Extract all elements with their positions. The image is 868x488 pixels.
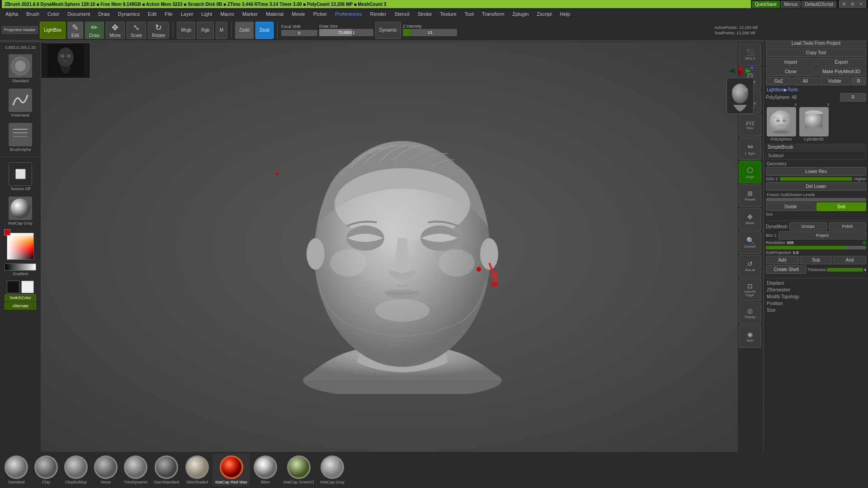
quicksave-button[interactable]: QuickSave xyxy=(752,1,780,8)
freehand-brush[interactable]: FreeHand xyxy=(8,87,33,119)
xyz-floor-btn[interactable]: XYZ Floor xyxy=(739,114,761,136)
gxyz-btn[interactable]: ⬡ Gxyz xyxy=(739,161,761,183)
cylinder3d-thumb-group[interactable]: 3 Cylinder3D xyxy=(798,103,829,141)
menu-dynamics[interactable]: Dynamics xyxy=(114,10,143,18)
polysphere-thumb-group[interactable]: 3 xyxy=(766,103,797,141)
gradient-item[interactable]: Gradient xyxy=(4,262,37,278)
lightbox-tools-link[interactable]: Lightbox▶Tools xyxy=(766,86,866,93)
zsub-button[interactable]: Zsub xyxy=(255,22,274,39)
menu-layer[interactable]: Layer xyxy=(177,10,197,18)
switch-color-button[interactable]: SwitchColor xyxy=(5,294,36,301)
menu-marker[interactable]: Marker xyxy=(239,10,261,18)
menu-zscript[interactable]: Zscript xyxy=(533,10,556,18)
size-section[interactable]: Size xyxy=(766,307,866,314)
groups-button[interactable]: Groups xyxy=(789,222,827,230)
menu-brush[interactable]: Brush xyxy=(23,10,43,18)
polish-button[interactable]: Polish xyxy=(829,222,866,230)
move-button[interactable]: ✥ Move xyxy=(106,22,125,39)
projection-master-button[interactable]: Projection Master xyxy=(2,26,38,34)
edit-button[interactable]: ✎ Edit xyxy=(67,22,83,39)
menu-draw[interactable]: Draw xyxy=(94,10,113,18)
alternate-button[interactable]: Alternate xyxy=(5,302,36,310)
transp-btn[interactable]: ◎ Transp xyxy=(739,302,761,324)
export-button[interactable]: Export xyxy=(816,58,866,66)
menu-movie[interactable]: Movie xyxy=(288,10,308,18)
displace-section[interactable]: Displace xyxy=(766,280,866,286)
copy-tool-button[interactable]: Copy Tool xyxy=(766,48,866,57)
polysphere-r-button[interactable]: R xyxy=(840,93,866,102)
menu-picker[interactable]: Picker xyxy=(310,10,331,18)
position-section[interactable]: Position xyxy=(766,300,866,307)
menu-alpha[interactable]: Alpha xyxy=(2,10,22,18)
menu-texture[interactable]: Texture xyxy=(436,10,460,18)
bottom-matcap-redwax[interactable]: MatCap Red Wax xyxy=(212,454,250,486)
menu-light[interactable]: Light xyxy=(198,10,216,18)
bottom-damstandard[interactable]: DamStandard xyxy=(151,454,182,486)
m-button[interactable]: M xyxy=(216,22,227,39)
mrgb-button[interactable]: Mrgb xyxy=(177,22,195,39)
zoomd-btn[interactable]: 🔍 ZoomD xyxy=(739,231,761,254)
canvas-area[interactable] xyxy=(41,42,764,452)
bottom-claybuildup[interactable]: ClayBuildup xyxy=(61,454,90,486)
bottom-move[interactable]: Move xyxy=(91,454,120,486)
menu-tool[interactable]: Tool xyxy=(461,10,477,18)
bottom-matcap-greencl[interactable]: MatCap GreenCl xyxy=(281,454,317,486)
all-button[interactable]: All xyxy=(793,77,818,85)
standard-brush[interactable]: Standard xyxy=(8,52,33,85)
color-picker-area[interactable] xyxy=(4,229,37,260)
solo-btn[interactable]: ◉ Solo xyxy=(739,325,761,348)
freeze-slider[interactable] xyxy=(766,198,866,202)
background-swatch[interactable] xyxy=(21,281,34,293)
bottom-clay[interactable]: Clay xyxy=(32,454,61,486)
and-button[interactable]: And xyxy=(833,256,866,264)
r-button[interactable]: R xyxy=(851,77,866,85)
matcap-item[interactable]: MatCap Gray xyxy=(7,195,33,227)
polysphere-thumb[interactable] xyxy=(767,107,796,136)
project-button[interactable]: Project xyxy=(778,231,866,239)
menu-render[interactable]: Render xyxy=(367,10,390,18)
rgb-button[interactable]: Rgb xyxy=(197,22,213,39)
scale-button[interactable]: ⤡ Scale xyxy=(127,22,146,39)
make-polymesh-button[interactable]: Make PolyMesh3D xyxy=(816,67,866,76)
linefill-btn[interactable]: ⊡ Line Fill PolyF xyxy=(739,278,761,301)
zremesher-section[interactable]: ZRemesher xyxy=(766,286,866,293)
menu-transform[interactable]: Transform xyxy=(478,10,508,18)
sub-dyna-button[interactable]: Sub xyxy=(800,256,833,264)
menu-zplugin[interactable]: Zplugin xyxy=(509,10,532,18)
create-shell-button[interactable]: Create Shell xyxy=(766,265,807,274)
modify-topology-section[interactable]: Modify Topology xyxy=(766,293,866,300)
menu-help[interactable]: Help xyxy=(557,10,574,18)
menu-document[interactable]: Document xyxy=(64,10,94,18)
bottom-matcap-gray[interactable]: MatCap Gray xyxy=(317,454,347,486)
foreground-swatch[interactable] xyxy=(7,281,19,293)
frame-btn[interactable]: ⊞ Frame xyxy=(739,184,761,207)
menu-stencil[interactable]: Stencil xyxy=(391,10,413,18)
smt-button[interactable]: Smt xyxy=(816,202,866,211)
draw-size-slider[interactable]: 73.88911 xyxy=(319,29,373,36)
visible-button[interactable]: Visible xyxy=(819,77,850,85)
menu-color[interactable]: Color xyxy=(44,10,63,18)
lower-res-button[interactable]: Lower Res xyxy=(766,167,866,176)
bottom-trimdynamic[interactable]: TrimDynamic xyxy=(121,454,151,486)
del-lower-button[interactable]: Del Lower xyxy=(766,182,866,191)
bottom-blinn[interactable]: Blinn xyxy=(251,454,280,486)
menu-macro[interactable]: Macro xyxy=(217,10,238,18)
menu-stroke[interactable]: Stroke xyxy=(414,10,436,18)
divide-button[interactable]: Divide xyxy=(766,202,816,211)
brushalpha-brush[interactable]: BrushAlpha xyxy=(8,121,33,154)
menu-preferences[interactable]: Preferences xyxy=(331,10,365,18)
color-gradient-box[interactable] xyxy=(7,233,34,260)
move-nav-btn[interactable]: ✥ Move xyxy=(739,208,761,230)
gradient-swatch[interactable] xyxy=(5,263,36,271)
dynamic-button[interactable]: Dynamic xyxy=(375,22,401,39)
cylinder3d-thumb[interactable] xyxy=(799,107,829,136)
spix-btn[interactable]: ⬛ SPix 3 xyxy=(739,43,761,66)
lsym-btn[interactable]: ⇔ L Sym xyxy=(739,137,761,160)
import-button[interactable]: Import xyxy=(766,58,816,66)
zadd-button[interactable]: Zadd xyxy=(235,22,254,39)
sdiv-slider[interactable] xyxy=(780,177,853,181)
rotate-button[interactable]: ↻ Rotate xyxy=(148,22,169,39)
menu-file[interactable]: File xyxy=(161,10,176,18)
menu-edit[interactable]: Edit xyxy=(144,10,160,18)
foreground-color[interactable] xyxy=(4,229,10,235)
